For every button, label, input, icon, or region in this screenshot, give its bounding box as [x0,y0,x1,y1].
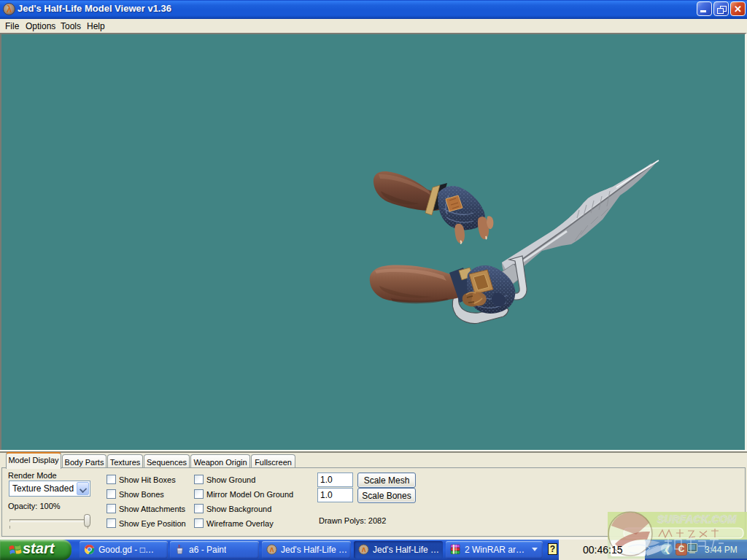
svg-text:SURFACK.COM: SURFACK.COM [657,513,737,525]
